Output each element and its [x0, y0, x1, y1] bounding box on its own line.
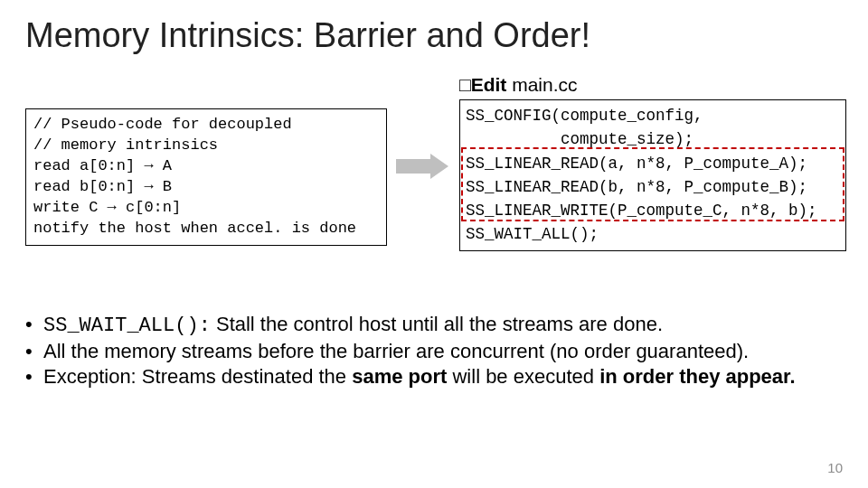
bullet-dot-icon: • — [25, 312, 43, 339]
code-line: read b[0:n] → B — [33, 178, 172, 195]
edit-bold: Edit — [471, 74, 507, 95]
filename-text: main.cc — [506, 74, 577, 95]
code-line: SS_CONFIG(compute_config, — [466, 107, 703, 125]
slide-title: Memory Intrinsics: Barrier and Order! — [25, 16, 590, 55]
code-line: read a[0:n] → A — [33, 157, 172, 174]
square-bullet-icon: □ — [459, 74, 471, 95]
code-inline: SS_WAIT_ALL(): — [43, 314, 211, 337]
code-line: notify the host when accel. is done — [33, 220, 356, 237]
code-line: SS_LINEAR_WRITE(P_compute_C, n*8, b); — [466, 202, 817, 220]
code-line: // Pseudo-code for decoupled — [33, 116, 292, 133]
bullet-text: Stall the control host until all the str… — [211, 313, 663, 335]
bullet-text: will be executed — [447, 365, 599, 388]
bullet-text: All the memory streams before the barrie… — [43, 339, 749, 364]
pseudocode-box: // Pseudo-code for decoupled // memory i… — [25, 108, 387, 246]
bullet-list: • SS_WAIT_ALL(): Stall the control host … — [25, 312, 852, 389]
arrow-right-icon — [396, 154, 450, 179]
bullet-item: • All the memory streams before the barr… — [25, 339, 852, 364]
bullet-item: • Exception: Streams destinated the same… — [25, 364, 852, 389]
code-line: SS_LINEAR_READ(b, n*8, P_compute_B); — [466, 178, 807, 196]
bullet-dot-icon: • — [25, 339, 43, 364]
code-line: // memory intrinsics — [33, 136, 218, 154]
bold-text: in order they appear. — [599, 365, 795, 388]
code-line: SS_LINEAR_READ(a, n*8, P_compute_A); — [466, 155, 807, 173]
edit-main-cc-label: □Edit main.cc — [459, 74, 578, 96]
code-line: compute_size); — [466, 130, 693, 148]
bullet-text: Exception: Streams destinated the — [43, 365, 352, 388]
code-line: SS_WAIT_ALL(); — [466, 225, 599, 243]
main-cc-code-box: SS_CONFIG(compute_config, compute_size);… — [459, 99, 846, 251]
code-line: write C → c[0:n] — [33, 199, 181, 216]
bullet-item: • SS_WAIT_ALL(): Stall the control host … — [25, 312, 852, 339]
slide-number: 10 — [827, 460, 843, 475]
bold-text: same port — [352, 365, 447, 388]
bullet-dot-icon: • — [25, 364, 43, 389]
